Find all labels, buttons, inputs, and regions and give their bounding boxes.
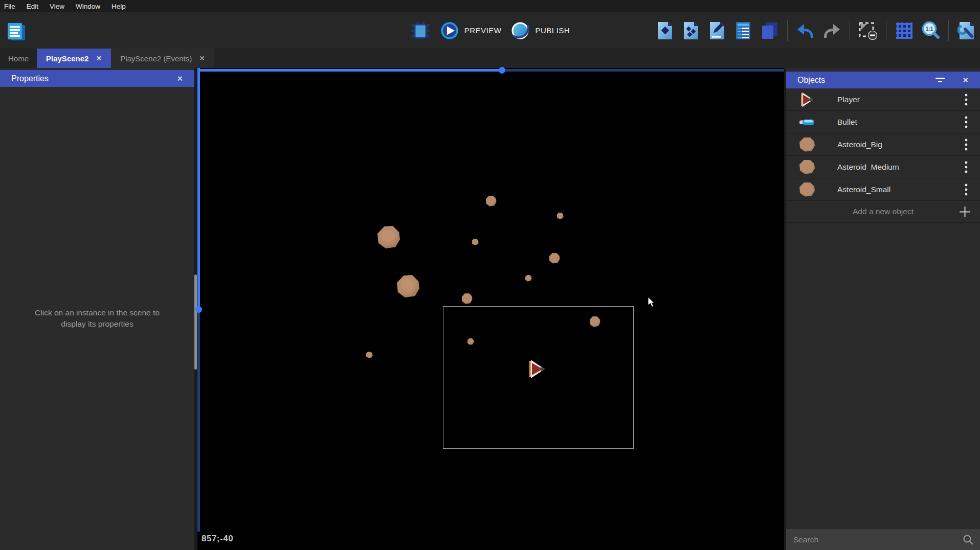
tab-playscene2[interactable]: PlayScene2 ✕ (37, 49, 111, 68)
object-name: Asteroid_Big (837, 140, 963, 149)
horizontal-scrollbar-active (197, 69, 502, 72)
toolbar-separator (850, 20, 850, 41)
toggle-grid-button[interactable] (894, 20, 915, 41)
instances-list-icon (734, 21, 752, 40)
object-name: Player (837, 95, 963, 104)
object-menu-button[interactable] (963, 184, 970, 196)
vertical-scrollbar-thumb[interactable] (195, 306, 202, 313)
zoom-1-1-button[interactable]: 1:1 (920, 20, 941, 41)
vertical-scrollbar-active (197, 68, 200, 309)
toolbar-separator (948, 20, 949, 41)
vertical-scrollbar[interactable] (197, 68, 200, 550)
objects-panel-header: Objects ✕ (786, 72, 980, 88)
zoom-1-1-icon: 1:1 (921, 20, 940, 41)
bullet-thumbnail-icon (797, 114, 817, 130)
object-groups-icon (682, 21, 700, 40)
open-layers-editor-button[interactable] (759, 20, 779, 41)
objects-panel: Objects ✕ Player (786, 68, 980, 550)
asteroid-instance-medium[interactable] (462, 293, 473, 304)
asteroid-instance-big[interactable] (397, 275, 419, 297)
editor-content: Properties ✕ Click on an instance in the… (0, 68, 980, 550)
object-name: Asteroid_Medium (837, 163, 963, 172)
asteroid-instance-medium[interactable] (549, 253, 560, 264)
object-menu-button[interactable] (963, 116, 970, 128)
zoom-ratio-label: 1:1 (926, 26, 933, 32)
object-menu-button[interactable] (963, 161, 970, 173)
menu-bar: File Edit View Window Help (0, 0, 980, 12)
player-instance[interactable] (528, 359, 546, 379)
tab-playscene2-events-close-icon[interactable]: ✕ (199, 54, 205, 62)
asteroid-instance-small[interactable] (557, 213, 564, 219)
open-object-groups-button[interactable] (681, 20, 701, 41)
menu-help[interactable]: Help (112, 3, 126, 10)
main-toolbar: PREVIEW PUBLISH (0, 12, 980, 49)
redo-button[interactable] (821, 20, 842, 41)
scene-properties-button[interactable] (956, 20, 977, 41)
asteroid-instance-small[interactable] (525, 275, 532, 282)
add-new-object-button[interactable]: Add a new object (786, 201, 980, 223)
horizontal-scrollbar[interactable] (197, 69, 784, 72)
objects-close-icon[interactable]: ✕ (959, 75, 972, 86)
object-row-asteroid-small[interactable]: Asteroid_Small (786, 178, 980, 201)
object-menu-button[interactable] (963, 139, 970, 151)
open-properties-button[interactable] (707, 20, 727, 41)
filter-icon[interactable] (934, 76, 946, 84)
objects-editor-icon (656, 21, 674, 40)
gdevelop-window: File Edit View Window Help (0, 0, 980, 550)
object-row-asteroid-big[interactable]: Asteroid_Big (786, 133, 980, 156)
toolbar-separator (886, 20, 886, 41)
mouse-cursor-icon (648, 297, 656, 308)
search-icon[interactable] (963, 534, 980, 545)
add-new-object-label: Add a new object (853, 207, 914, 216)
object-menu-button[interactable] (963, 94, 970, 106)
menu-file[interactable]: File (4, 3, 15, 10)
tab-home-label: Home (8, 54, 29, 63)
objects-search-bar (786, 529, 980, 550)
asteroid-instance-big[interactable] (377, 226, 400, 248)
layers-icon (760, 21, 779, 40)
deselect-icon (858, 21, 878, 40)
properties-panel-body: Click on an instance in the scene to dis… (0, 87, 194, 550)
object-row-bullet[interactable]: Bullet (786, 111, 980, 133)
object-name: Asteroid_Small (837, 185, 963, 194)
asteroid-small-thumbnail-icon (797, 181, 817, 198)
tab-playscene2-events[interactable]: PlayScene2 (Events) ✕ (111, 49, 214, 68)
vertical-scrollbar-rest (197, 309, 200, 532)
asteroid-instance-small[interactable] (472, 239, 479, 245)
undo-button[interactable] (795, 20, 816, 41)
preview-button[interactable]: PREVIEW (440, 21, 502, 40)
properties-scrollbar-thumb[interactable] (194, 274, 197, 370)
open-instances-list-button[interactable] (733, 20, 753, 41)
toolbar-separator (787, 20, 788, 41)
grid-icon (895, 21, 914, 40)
tab-playscene2-label: PlayScene2 (46, 54, 88, 63)
menu-view[interactable]: View (50, 3, 64, 10)
menu-edit[interactable]: Edit (27, 3, 38, 10)
asteroid-instance-small[interactable] (366, 352, 373, 358)
scene-editor-canvas[interactable]: 857;-40 (197, 68, 784, 550)
clear-selection-button[interactable] (858, 20, 878, 41)
menu-window[interactable]: Window (76, 3, 100, 10)
open-objects-editor-button[interactable] (655, 20, 675, 41)
properties-panel: Properties ✕ Click on an instance in the… (0, 68, 194, 550)
properties-close-icon[interactable]: ✕ (173, 73, 186, 84)
toolbar-right-group: 1:1 (655, 12, 977, 49)
preview-play-icon (440, 21, 459, 40)
horizontal-scrollbar-thumb[interactable] (499, 67, 505, 74)
object-row-player[interactable]: Player (786, 88, 980, 111)
object-row-asteroid-medium[interactable]: Asteroid_Medium (786, 156, 980, 178)
debug-button[interactable] (410, 20, 431, 41)
undo-icon (796, 23, 815, 38)
asteroid-instance-medium[interactable] (486, 196, 497, 207)
publish-button[interactable]: PUBLISH (510, 21, 570, 40)
asteroid-big-thumbnail-icon (797, 136, 817, 153)
objects-search-input[interactable] (786, 535, 963, 544)
tab-playscene2-close-icon[interactable]: ✕ (96, 54, 102, 62)
properties-panel-header: Properties ✕ (0, 70, 194, 87)
publish-label: PUBLISH (535, 26, 570, 35)
tab-home[interactable]: Home (0, 49, 37, 68)
publish-globe-icon (510, 21, 530, 40)
player-thumbnail-icon (797, 91, 817, 108)
preview-label: PREVIEW (464, 26, 502, 35)
horizontal-scrollbar-rest (502, 69, 784, 72)
